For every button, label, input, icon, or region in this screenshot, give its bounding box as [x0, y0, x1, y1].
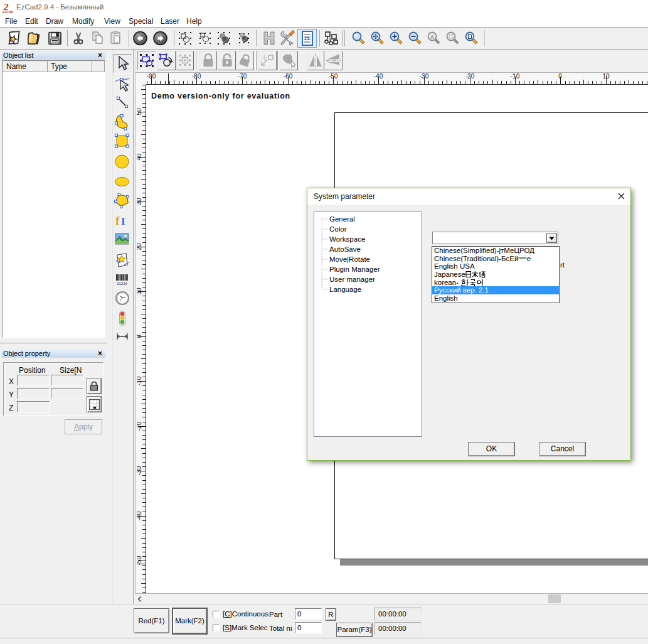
- svg-text:User manager: User manager: [329, 276, 375, 283]
- svg-text:20: 20: [137, 243, 142, 250]
- svg-text:10: 10: [137, 287, 142, 295]
- svg-text:AutoSave: AutoSave: [329, 245, 361, 253]
- svg-text:-20: -20: [137, 421, 142, 431]
- svg-text:-20: -20: [465, 73, 475, 80]
- svg-text:0: 0: [558, 73, 562, 80]
- svg-text:f: f: [115, 214, 120, 227]
- svg-text:-60: -60: [284, 73, 293, 80]
- svg-text:Color: Color: [329, 225, 347, 233]
- svg-text:50: 50: [137, 108, 142, 115]
- svg-text:-70: -70: [238, 73, 247, 80]
- svg-text:EZCAD: EZCAD: [3, 10, 14, 14]
- svg-text:-50: -50: [137, 555, 142, 565]
- svg-text:-50: -50: [329, 73, 338, 80]
- svg-text:-10: -10: [511, 73, 520, 80]
- svg-text:Workspace: Workspace: [329, 235, 365, 243]
- svg-text:30: 30: [137, 198, 142, 205]
- svg-text:A: A: [430, 34, 435, 40]
- svg-text:-90: -90: [147, 73, 156, 80]
- svg-text:Language: Language: [329, 286, 361, 293]
- svg-text:40: 40: [137, 153, 142, 161]
- svg-text:Move|Rotate: Move|Rotate: [329, 255, 370, 263]
- svg-text:-40: -40: [374, 73, 383, 80]
- svg-text:-30: -30: [137, 466, 142, 475]
- svg-text:Plugin Manager: Plugin Manager: [329, 266, 380, 273]
- svg-text:-10: -10: [137, 376, 142, 385]
- svg-text:General: General: [329, 215, 355, 223]
- svg-text:-40: -40: [137, 511, 142, 520]
- svg-text:I: I: [121, 215, 125, 227]
- svg-text:0: 0: [137, 335, 142, 338]
- svg-text:-30: -30: [420, 73, 429, 80]
- svg-text:01234: 01234: [117, 282, 127, 286]
- svg-text:10: 10: [602, 73, 610, 80]
- svg-text:-80: -80: [192, 73, 201, 80]
